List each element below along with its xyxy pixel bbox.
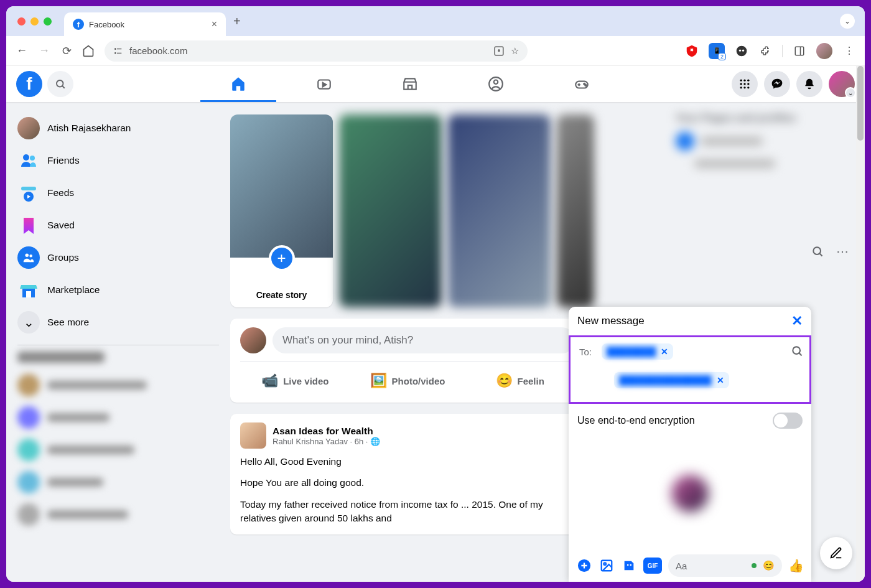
site-settings-icon[interactable] [113, 46, 123, 56]
create-story-label: Create story [230, 290, 333, 300]
photo-icon: 🖼️ [370, 373, 387, 389]
svg-point-22 [747, 80, 749, 82]
browser-toolbar: ← → ⟳ facebook.com ☆ 📱2 ⋮ [6, 36, 865, 66]
reload-button[interactable]: ⟳ [60, 44, 73, 58]
address-bar[interactable]: facebook.com ☆ [105, 40, 528, 62]
nav-groups[interactable] [455, 66, 536, 102]
message-input[interactable]: Aa 😊 [668, 554, 782, 577]
sidebar-item-label: Saved [47, 220, 75, 231]
maximize-window-button[interactable] [44, 17, 52, 26]
back-button[interactable]: ← [15, 44, 29, 57]
sidepanel-icon[interactable] [793, 44, 806, 58]
add-story-icon: + [269, 245, 295, 271]
new-tab-button[interactable]: + [233, 14, 241, 29]
post-composer: What's on your mind, Atish? 📹Live video … [230, 319, 585, 403]
gif-button[interactable]: GIF [643, 558, 662, 574]
composer-input[interactable]: What's on your mind, Atish? [272, 327, 575, 353]
facebook-favicon-icon: f [73, 19, 84, 30]
sidebar-item-feeds[interactable]: Feeds [11, 177, 225, 209]
browser-menu-icon[interactable]: ⋮ [842, 44, 856, 58]
compose-new-message-button[interactable] [820, 537, 852, 569]
home-button[interactable] [82, 45, 96, 57]
close-tab-button[interactable]: × [212, 19, 217, 30]
create-story-card[interactable]: + Create story [230, 114, 333, 307]
facebook-logo-icon[interactable]: f [16, 71, 42, 97]
facebook-body: Atish Rajasekharan Friends Feeds Saved G… [6, 102, 865, 582]
nav-home[interactable] [198, 66, 279, 102]
svg-point-24 [743, 83, 745, 85]
add-sticker-button[interactable] [621, 558, 637, 574]
composer-avatar-icon[interactable] [240, 327, 266, 353]
post-author-avatar-icon[interactable] [240, 422, 266, 449]
svg-point-30 [30, 156, 35, 161]
encryption-row: Use end-to-end encryption [569, 404, 811, 437]
sidebar-profile-name: Atish Rajasekharan [47, 123, 131, 134]
story-card[interactable] [557, 114, 594, 307]
search-button[interactable] [47, 71, 73, 97]
search-contacts-button[interactable] [811, 245, 824, 258]
url-text: facebook.com [129, 45, 187, 56]
svg-point-27 [743, 86, 745, 88]
window-controls [17, 17, 52, 26]
feeling-button[interactable]: 😊Feelin [465, 368, 575, 394]
notifications-button[interactable] [796, 71, 822, 97]
forward-button[interactable]: → [37, 44, 51, 57]
nav-gaming[interactable] [541, 66, 622, 102]
facebook-app: f Atish Rajasekharan [6, 66, 865, 582]
svg-line-11 [62, 86, 65, 88]
svg-point-29 [23, 154, 29, 161]
live-video-button[interactable]: 📹Live video [240, 368, 350, 394]
recipients-field[interactable]: To: ████████ ✕ ███████████████ ✕ [569, 335, 811, 404]
messenger-button[interactable] [764, 71, 790, 97]
extension-with-badge-icon[interactable]: 📱2 [709, 43, 725, 59]
left-sidebar: Atish Rajasekharan Friends Feeds Saved G… [6, 102, 230, 582]
post-page-name[interactable]: Asan Ideas for Wealth [272, 426, 380, 437]
account-avatar[interactable] [829, 71, 855, 97]
sidebar-see-more[interactable]: ⌄ See more [11, 306, 225, 338]
svg-rect-36 [26, 291, 31, 297]
add-image-button[interactable] [599, 558, 615, 574]
close-chat-button[interactable]: ✕ [791, 313, 803, 329]
tab-title: Facebook [89, 20, 124, 29]
sidebar-item-label: Groups [47, 252, 79, 263]
sidebar-profile-link[interactable]: Atish Rajasekharan [11, 112, 225, 144]
chat-title: New message [577, 315, 645, 327]
story-card[interactable] [448, 114, 551, 307]
nav-watch[interactable] [284, 66, 365, 102]
options-button[interactable]: ⋯ [836, 244, 849, 259]
sidebar-item-friends[interactable]: Friends [11, 144, 225, 177]
emoji-picker-icon[interactable]: 😊 [763, 560, 775, 571]
browser-tab[interactable]: f Facebook × [64, 12, 226, 36]
sidebar-item-marketplace[interactable]: Marketplace [11, 274, 225, 306]
remove-recipient-button[interactable]: ✕ [717, 375, 724, 385]
search-recipients-icon[interactable] [791, 345, 803, 357]
story-card[interactable] [339, 114, 442, 307]
tab-search-button[interactable]: ⌄ [840, 14, 855, 29]
encryption-toggle[interactable] [773, 413, 803, 429]
nav-marketplace[interactable] [370, 66, 450, 102]
minimize-window-button[interactable] [30, 17, 39, 26]
svg-point-44 [627, 564, 629, 566]
feeds-icon [17, 182, 40, 204]
extension-icon[interactable] [735, 44, 748, 58]
remove-recipient-button[interactable]: ✕ [661, 347, 668, 357]
close-window-button[interactable] [17, 17, 26, 26]
adblock-extension-icon[interactable] [685, 44, 699, 58]
svg-point-14 [494, 80, 498, 85]
svg-point-1 [115, 52, 116, 53]
sidebar-item-groups[interactable]: Groups [11, 241, 225, 274]
video-camera-icon: 📹 [261, 373, 278, 389]
bookmark-icon[interactable]: ☆ [511, 45, 519, 57]
photo-video-button[interactable]: 🖼️Photo/video [353, 368, 463, 394]
profile-avatar-icon [17, 117, 40, 139]
chevron-down-icon: ⌄ [17, 311, 40, 334]
extensions-menu-icon[interactable] [758, 44, 772, 58]
menu-grid-button[interactable] [732, 71, 758, 97]
svg-point-5 [737, 45, 747, 56]
profile-avatar-icon[interactable] [816, 43, 832, 59]
add-attachment-button[interactable] [576, 558, 592, 574]
send-like-button[interactable]: 👍 [788, 558, 804, 573]
sidebar-item-saved[interactable]: Saved [11, 209, 225, 241]
svg-point-34 [29, 254, 32, 258]
install-app-icon[interactable] [493, 45, 505, 57]
